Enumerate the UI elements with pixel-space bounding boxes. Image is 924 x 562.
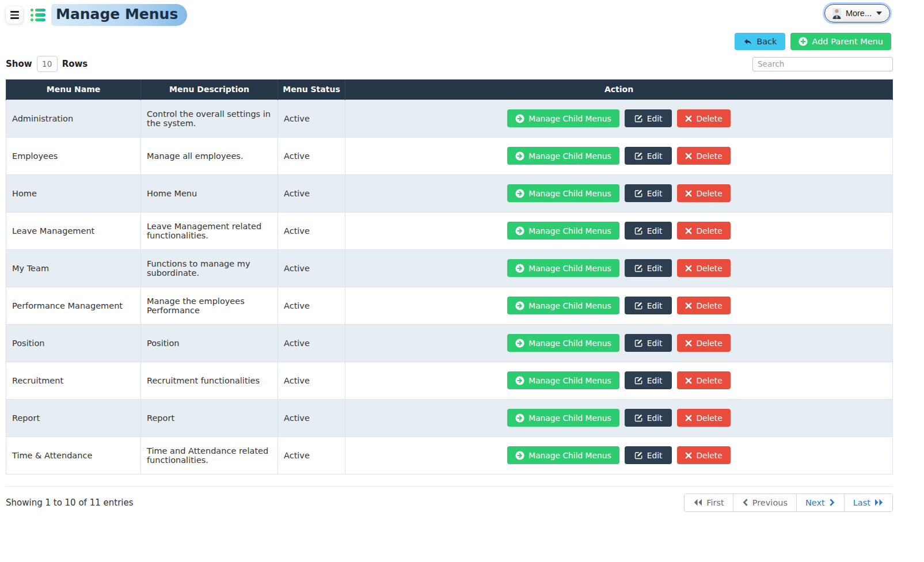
caret-down-icon (876, 12, 882, 15)
cell-menu-description: Recruitment functionalities (141, 362, 278, 399)
edit-pencil-icon (634, 413, 643, 422)
manage-child-menus-label: Manage Child Menus (528, 114, 611, 123)
arrow-right-circle-icon (515, 226, 524, 236)
column-header-action[interactable]: Action (345, 79, 893, 100)
table-row: Recruitment Recruitment functionalities … (6, 362, 893, 399)
edit-button[interactable]: Edit (625, 109, 672, 127)
x-icon (685, 227, 692, 234)
arrow-right-circle-icon (515, 151, 524, 161)
manage-child-menus-button[interactable]: Manage Child Menus (507, 409, 619, 427)
hamburger-icon (10, 11, 19, 13)
add-parent-menu-button[interactable]: Add Parent Menu (790, 33, 891, 50)
manage-child-menus-button[interactable]: Manage Child Menus (507, 259, 619, 277)
edit-pencil-icon (634, 376, 643, 385)
cell-action: Manage Child Menus Edit (345, 287, 893, 324)
cell-menu-status: Active (278, 174, 345, 212)
edit-button[interactable]: Edit (625, 297, 672, 314)
manage-child-menus-button[interactable]: Manage Child Menus (507, 371, 619, 389)
edit-button[interactable]: Edit (625, 222, 672, 240)
delete-button[interactable]: Delete (677, 371, 730, 389)
column-header-menu-status[interactable]: Menu Status (278, 79, 345, 100)
hamburger-menu-button[interactable] (6, 6, 23, 24)
cell-menu-description: Position (141, 324, 278, 362)
manage-child-menus-label: Manage Child Menus (528, 451, 611, 460)
cell-menu-name: My Team (6, 249, 141, 287)
manage-child-menus-label: Manage Child Menus (528, 376, 611, 385)
edit-pencil-icon (634, 114, 643, 123)
pagination-next[interactable]: Next (796, 494, 844, 511)
manage-child-menus-button[interactable]: Manage Child Menus (507, 184, 619, 202)
delete-button[interactable]: Delete (677, 334, 730, 352)
x-icon (685, 377, 692, 384)
edit-button-label: Edit (647, 114, 663, 123)
delete-button-label: Delete (696, 226, 722, 236)
table-header-row: Menu Name Menu Description Menu Status A… (6, 79, 893, 100)
edit-button[interactable]: Edit (625, 259, 672, 277)
edit-button[interactable]: Edit (625, 147, 672, 165)
table-row: Home Home Menu Active Manage Child Menus (6, 174, 893, 212)
x-icon (685, 302, 692, 309)
delete-button[interactable]: Delete (677, 222, 730, 240)
rows-count-input[interactable] (37, 56, 58, 72)
plus-circle-icon (798, 37, 808, 46)
cell-action: Manage Child Menus Edit (345, 362, 893, 399)
show-rows-control: Show Rows (6, 56, 88, 72)
delete-button[interactable]: Delete (677, 446, 730, 464)
delete-button-label: Delete (696, 151, 722, 161)
cell-action: Manage Child Menus Edit (345, 324, 893, 362)
manage-child-menus-label: Manage Child Menus (528, 264, 611, 273)
manage-child-menus-button[interactable]: Manage Child Menus (507, 297, 619, 314)
more-button[interactable]: More... (824, 4, 890, 22)
manage-child-menus-button[interactable]: Manage Child Menus (507, 109, 619, 127)
manage-child-menus-label: Manage Child Menus (528, 151, 611, 161)
cell-menu-status: Active (278, 212, 345, 249)
x-icon (685, 153, 692, 160)
pagination-last[interactable]: Last (844, 494, 892, 511)
manage-child-menus-button[interactable]: Manage Child Menus (507, 334, 619, 352)
edit-button[interactable]: Edit (625, 409, 672, 427)
user-avatar (832, 8, 841, 19)
x-icon (685, 190, 692, 197)
x-icon (685, 415, 692, 421)
manage-child-menus-button[interactable]: Manage Child Menus (507, 222, 619, 240)
cell-menu-description: Control the overall settings in the syst… (141, 100, 278, 137)
more-button-label: More... (846, 9, 872, 18)
cell-action: Manage Child Menus Edit (345, 436, 893, 474)
arrow-right-circle-icon (515, 264, 524, 273)
edit-button[interactable]: Edit (625, 334, 672, 352)
edit-pencil-icon (634, 151, 643, 160)
arrow-right-circle-icon (515, 189, 524, 198)
cell-menu-description: Manage the employees Performance (141, 287, 278, 324)
back-button-label: Back (756, 37, 777, 46)
manage-child-menus-button[interactable]: Manage Child Menus (507, 446, 619, 464)
delete-button[interactable]: Delete (677, 297, 730, 314)
edit-button[interactable]: Edit (625, 446, 672, 464)
search-input[interactable] (752, 57, 893, 71)
edit-button-label: Edit (647, 264, 663, 273)
table-row: Time & Attendance Time and Attendance re… (6, 436, 893, 474)
arrow-right-circle-icon (515, 413, 524, 423)
delete-button[interactable]: Delete (677, 109, 730, 127)
edit-button-label: Edit (647, 189, 663, 198)
back-button[interactable]: Back (735, 33, 785, 50)
cell-menu-name: Employees (6, 137, 141, 174)
arrow-right-circle-icon (515, 451, 524, 460)
edit-button[interactable]: Edit (625, 371, 672, 389)
delete-button[interactable]: Delete (677, 184, 730, 202)
table-row: My Team Functions to manage my subordina… (6, 249, 893, 287)
manage-child-menus-button[interactable]: Manage Child Menus (507, 147, 619, 165)
cell-menu-status: Active (278, 249, 345, 287)
cell-menu-name: Administration (6, 100, 141, 137)
delete-button[interactable]: Delete (677, 409, 730, 427)
edit-pencil-icon (634, 301, 643, 310)
edit-button[interactable]: Edit (625, 184, 672, 202)
pagination-previous: Previous (733, 494, 796, 511)
column-header-menu-description[interactable]: Menu Description (141, 79, 278, 100)
cell-menu-description: Manage all employees. (141, 137, 278, 174)
delete-button[interactable]: Delete (677, 147, 730, 165)
cell-action: Manage Child Menus Edit (345, 212, 893, 249)
edit-button-label: Edit (647, 451, 663, 460)
entries-summary: Showing 1 to 10 of 11 entries (6, 498, 134, 508)
delete-button[interactable]: Delete (677, 259, 730, 277)
column-header-menu-name[interactable]: Menu Name (6, 79, 141, 100)
